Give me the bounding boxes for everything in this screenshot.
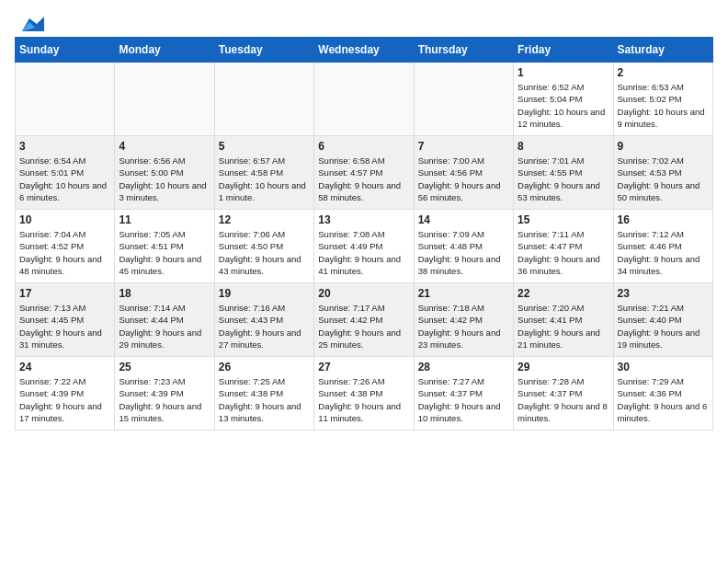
day-number: 9 (618, 140, 709, 153)
calendar-header-row: SundayMondayTuesdayWednesdayThursdayFrid… (16, 38, 713, 63)
day-number: 10 (19, 213, 110, 226)
calendar-cell: 7Sunrise: 7:00 AM Sunset: 4:56 PM Daylig… (414, 136, 513, 210)
calendar-week-2: 10Sunrise: 7:04 AM Sunset: 4:52 PM Dayli… (16, 210, 713, 283)
calendar-cell (16, 63, 115, 136)
day-info: Sunrise: 7:06 AM Sunset: 4:50 PM Dayligh… (219, 228, 310, 277)
calendar-cell: 23Sunrise: 7:21 AM Sunset: 4:40 PM Dayli… (613, 283, 712, 357)
calendar-cell (314, 63, 414, 136)
calendar-cell: 1Sunrise: 6:52 AM Sunset: 5:04 PM Daylig… (514, 63, 613, 136)
day-number: 23 (618, 287, 709, 300)
day-number: 21 (418, 287, 509, 300)
calendar-week-1: 3Sunrise: 6:54 AM Sunset: 5:01 PM Daylig… (16, 136, 713, 210)
calendar-cell: 22Sunrise: 7:20 AM Sunset: 4:41 PM Dayli… (514, 283, 613, 357)
calendar-week-4: 24Sunrise: 7:22 AM Sunset: 4:39 PM Dayli… (16, 357, 713, 431)
logo (15, 15, 44, 29)
day-info: Sunrise: 7:00 AM Sunset: 4:56 PM Dayligh… (418, 155, 509, 203)
page-header (15, 15, 713, 29)
col-header-saturday: Saturday (613, 38, 712, 63)
day-number: 28 (418, 361, 509, 373)
col-header-friday: Friday (514, 38, 613, 63)
day-number: 27 (318, 361, 409, 373)
day-number: 29 (518, 361, 609, 373)
col-header-monday: Monday (115, 38, 214, 63)
calendar-cell (115, 63, 214, 136)
day-info: Sunrise: 7:05 AM Sunset: 4:51 PM Dayligh… (119, 228, 210, 277)
calendar-cell: 25Sunrise: 7:23 AM Sunset: 4:39 PM Dayli… (115, 357, 214, 431)
day-info: Sunrise: 7:17 AM Sunset: 4:42 PM Dayligh… (318, 302, 409, 350)
col-header-tuesday: Tuesday (214, 38, 313, 63)
day-info: Sunrise: 7:29 AM Sunset: 4:36 PM Dayligh… (618, 375, 709, 424)
day-info: Sunrise: 7:26 AM Sunset: 4:38 PM Dayligh… (318, 375, 409, 424)
calendar-cell: 2Sunrise: 6:53 AM Sunset: 5:02 PM Daylig… (613, 63, 712, 136)
day-number: 22 (518, 287, 609, 300)
calendar-cell: 29Sunrise: 7:28 AM Sunset: 4:37 PM Dayli… (514, 357, 613, 431)
calendar-cell (414, 63, 513, 136)
col-header-thursday: Thursday (414, 38, 513, 63)
day-number: 3 (19, 140, 110, 153)
day-number: 12 (219, 213, 310, 226)
day-number: 20 (318, 287, 409, 300)
day-info: Sunrise: 7:09 AM Sunset: 4:48 PM Dayligh… (418, 228, 509, 277)
calendar-cell: 6Sunrise: 6:58 AM Sunset: 4:57 PM Daylig… (314, 136, 414, 210)
day-info: Sunrise: 7:13 AM Sunset: 4:45 PM Dayligh… (19, 302, 110, 350)
day-number: 7 (418, 140, 509, 153)
calendar-cell: 30Sunrise: 7:29 AM Sunset: 4:36 PM Dayli… (613, 357, 712, 431)
day-number: 2 (618, 66, 709, 79)
calendar-cell: 13Sunrise: 7:08 AM Sunset: 4:49 PM Dayli… (314, 210, 414, 283)
logo-bird-icon (17, 15, 44, 35)
day-info: Sunrise: 7:02 AM Sunset: 4:53 PM Dayligh… (618, 155, 709, 203)
calendar-week-0: 1Sunrise: 6:52 AM Sunset: 5:04 PM Daylig… (16, 63, 713, 136)
day-number: 1 (518, 66, 609, 79)
day-number: 26 (219, 361, 310, 373)
day-info: Sunrise: 7:21 AM Sunset: 4:40 PM Dayligh… (618, 302, 709, 350)
day-info: Sunrise: 6:56 AM Sunset: 5:00 PM Dayligh… (119, 155, 210, 203)
day-info: Sunrise: 7:18 AM Sunset: 4:42 PM Dayligh… (418, 302, 509, 350)
calendar-table: SundayMondayTuesdayWednesdayThursdayFrid… (15, 37, 713, 431)
calendar-cell: 16Sunrise: 7:12 AM Sunset: 4:46 PM Dayli… (613, 210, 712, 283)
calendar-body: 1Sunrise: 6:52 AM Sunset: 5:04 PM Daylig… (16, 63, 713, 431)
day-info: Sunrise: 7:23 AM Sunset: 4:39 PM Dayligh… (119, 375, 210, 424)
day-info: Sunrise: 7:16 AM Sunset: 4:43 PM Dayligh… (219, 302, 310, 350)
calendar-cell: 26Sunrise: 7:25 AM Sunset: 4:38 PM Dayli… (214, 357, 313, 431)
calendar-cell: 27Sunrise: 7:26 AM Sunset: 4:38 PM Dayli… (314, 357, 414, 431)
calendar-cell: 24Sunrise: 7:22 AM Sunset: 4:39 PM Dayli… (16, 357, 115, 431)
calendar-week-3: 17Sunrise: 7:13 AM Sunset: 4:45 PM Dayli… (16, 283, 713, 357)
calendar-cell: 4Sunrise: 6:56 AM Sunset: 5:00 PM Daylig… (115, 136, 214, 210)
calendar-cell: 17Sunrise: 7:13 AM Sunset: 4:45 PM Dayli… (16, 283, 115, 357)
day-number: 14 (418, 213, 509, 226)
calendar-cell: 18Sunrise: 7:14 AM Sunset: 4:44 PM Dayli… (115, 283, 214, 357)
day-number: 19 (219, 287, 310, 300)
day-info: Sunrise: 6:58 AM Sunset: 4:57 PM Dayligh… (318, 155, 409, 203)
col-header-wednesday: Wednesday (314, 38, 414, 63)
day-number: 5 (219, 140, 310, 153)
calendar-cell: 14Sunrise: 7:09 AM Sunset: 4:48 PM Dayli… (414, 210, 513, 283)
day-info: Sunrise: 7:14 AM Sunset: 4:44 PM Dayligh… (119, 302, 210, 350)
day-info: Sunrise: 7:12 AM Sunset: 4:46 PM Dayligh… (618, 228, 709, 277)
calendar-cell: 21Sunrise: 7:18 AM Sunset: 4:42 PM Dayli… (414, 283, 513, 357)
day-number: 11 (119, 213, 210, 226)
day-number: 13 (318, 213, 409, 226)
day-number: 4 (119, 140, 210, 153)
day-number: 8 (518, 140, 609, 153)
day-info: Sunrise: 7:04 AM Sunset: 4:52 PM Dayligh… (19, 228, 110, 277)
day-number: 16 (618, 213, 709, 226)
day-info: Sunrise: 7:08 AM Sunset: 4:49 PM Dayligh… (318, 228, 409, 277)
calendar-cell: 20Sunrise: 7:17 AM Sunset: 4:42 PM Dayli… (314, 283, 414, 357)
day-info: Sunrise: 6:57 AM Sunset: 4:58 PM Dayligh… (219, 155, 310, 203)
day-info: Sunrise: 7:28 AM Sunset: 4:37 PM Dayligh… (518, 375, 609, 424)
day-info: Sunrise: 7:22 AM Sunset: 4:39 PM Dayligh… (19, 375, 110, 424)
calendar-cell: 19Sunrise: 7:16 AM Sunset: 4:43 PM Dayli… (214, 283, 313, 357)
day-number: 30 (618, 361, 709, 373)
calendar-cell: 11Sunrise: 7:05 AM Sunset: 4:51 PM Dayli… (115, 210, 214, 283)
calendar-cell: 8Sunrise: 7:01 AM Sunset: 4:55 PM Daylig… (514, 136, 613, 210)
day-number: 25 (119, 361, 210, 373)
day-info: Sunrise: 7:25 AM Sunset: 4:38 PM Dayligh… (219, 375, 310, 424)
calendar-cell: 5Sunrise: 6:57 AM Sunset: 4:58 PM Daylig… (214, 136, 313, 210)
calendar-cell: 3Sunrise: 6:54 AM Sunset: 5:01 PM Daylig… (16, 136, 115, 210)
day-number: 18 (119, 287, 210, 300)
calendar-cell: 9Sunrise: 7:02 AM Sunset: 4:53 PM Daylig… (613, 136, 712, 210)
calendar-cell: 28Sunrise: 7:27 AM Sunset: 4:37 PM Dayli… (414, 357, 513, 431)
day-number: 17 (19, 287, 110, 300)
day-info: Sunrise: 7:27 AM Sunset: 4:37 PM Dayligh… (418, 375, 509, 424)
day-info: Sunrise: 6:52 AM Sunset: 5:04 PM Dayligh… (518, 81, 609, 130)
